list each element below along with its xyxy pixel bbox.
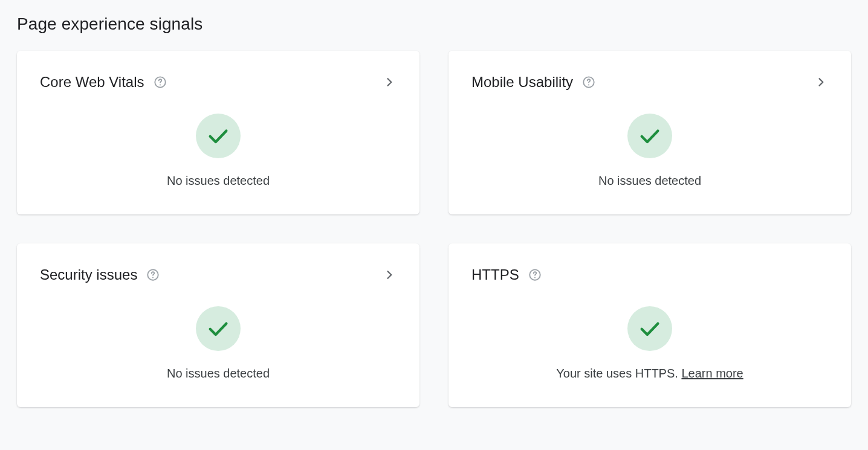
core-web-vitals-card[interactable]: Core Web Vitals No issues detecte	[17, 51, 419, 214]
card-body: No issues detected	[40, 91, 397, 188]
status-prefix: Your site uses HTTPS.	[556, 367, 681, 380]
status-text: Your site uses HTTPS. Learn more	[556, 367, 743, 381]
check-circle-icon	[196, 306, 241, 351]
card-title: HTTPS	[471, 266, 519, 283]
status-text: No issues detected	[167, 367, 270, 381]
status-text: No issues detected	[167, 174, 270, 188]
check-circle-icon	[627, 306, 672, 351]
card-header: Core Web Vitals	[40, 74, 397, 91]
learn-more-link[interactable]: Learn more	[681, 367, 743, 380]
help-icon[interactable]	[146, 268, 160, 282]
svg-point-5	[152, 277, 154, 278]
card-title: Security issues	[40, 266, 137, 283]
section-title: Page experience signals	[17, 14, 851, 34]
check-circle-icon	[627, 114, 672, 158]
card-title: Mobile Usability	[471, 74, 573, 91]
security-issues-card[interactable]: Security issues No issues detecte	[17, 243, 419, 407]
chevron-right-icon	[814, 75, 828, 89]
svg-point-3	[588, 85, 589, 86]
card-header: HTTPS	[471, 266, 828, 283]
https-card: HTTPS Your site uses HTTPS. Learn more	[449, 243, 851, 407]
card-title: Core Web Vitals	[40, 74, 144, 91]
check-circle-icon	[196, 114, 241, 158]
svg-point-7	[534, 277, 536, 278]
card-body: No issues detected	[471, 91, 828, 188]
help-icon[interactable]	[153, 75, 167, 89]
help-icon[interactable]	[581, 75, 596, 89]
svg-point-1	[160, 85, 161, 86]
card-body: No issues detected	[40, 283, 397, 381]
chevron-right-icon	[382, 268, 397, 282]
card-body: Your site uses HTTPS. Learn more	[471, 283, 828, 381]
signals-grid: Core Web Vitals No issues detecte	[17, 51, 851, 407]
help-icon[interactable]	[528, 268, 542, 282]
card-header: Mobile Usability	[471, 74, 828, 91]
status-text: No issues detected	[598, 174, 701, 188]
card-header: Security issues	[40, 266, 397, 283]
mobile-usability-card[interactable]: Mobile Usability No issues detect	[449, 51, 851, 214]
chevron-right-icon	[382, 75, 397, 89]
